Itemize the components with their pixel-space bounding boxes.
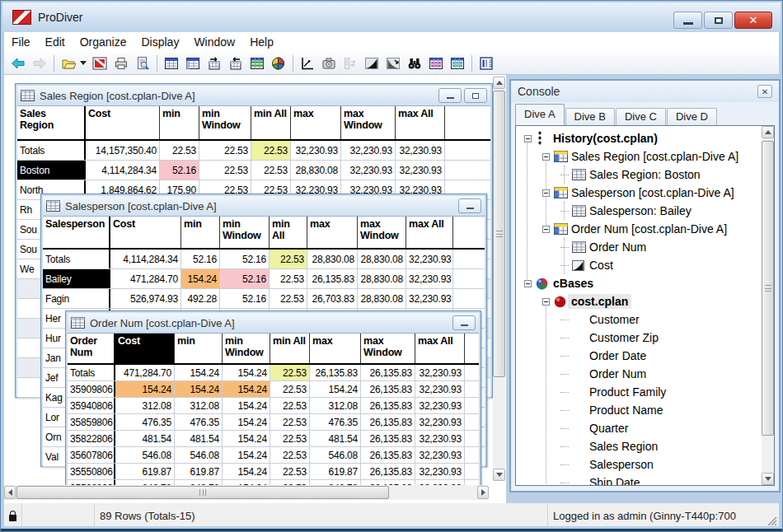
prodiver-window-button[interactable]	[89, 54, 110, 73]
data-cell[interactable]: 154.24	[223, 381, 270, 397]
data-cell[interactable]: 32,230.93	[341, 161, 396, 180]
menu-item-organize[interactable]: Organize	[73, 33, 134, 51]
data-cell[interactable]: 22.53	[270, 365, 310, 380]
main-titlebar[interactable]: ProDiver ✕	[2, 2, 781, 32]
data-cell[interactable]: 154.24	[175, 381, 223, 397]
column-header-max[interactable]: max	[310, 334, 361, 363]
mark-rows-button[interactable]	[425, 54, 447, 73]
data-cell[interactable]: 28,830.08	[358, 289, 406, 308]
data-cell[interactable]: 154.24	[175, 365, 223, 380]
tab-dive-b[interactable]: Dive B	[565, 108, 615, 125]
data-cell[interactable]: 312.08	[310, 398, 361, 413]
data-cell[interactable]: 28,830.08	[291, 161, 341, 180]
graph-display-button[interactable]	[297, 54, 318, 73]
data-cell[interactable]: 154.24	[223, 414, 270, 430]
data-cell[interactable]: 26,135.83	[361, 464, 415, 479]
column-header-cost[interactable]: Cost	[115, 334, 175, 363]
data-cell[interactable]: 22.53	[251, 141, 291, 160]
data-cell[interactable]: 526,974.93	[110, 289, 181, 308]
column-header-min-window[interactable]: min Window	[223, 334, 270, 363]
row-label[interactable]: 35822806	[68, 431, 115, 446]
data-cell[interactable]: 476.35	[310, 414, 361, 430]
data-cell[interactable]: 481.54	[115, 431, 175, 446]
data-cell[interactable]: 481.54	[310, 431, 361, 446]
data-cell[interactable]: 32,230.93	[396, 161, 445, 180]
multitab-display-button[interactable]	[246, 54, 268, 73]
menu-item-file[interactable]: File	[4, 33, 38, 51]
dimension-info-button[interactable]	[476, 54, 497, 73]
data-cell[interactable]: 52.16	[181, 250, 220, 268]
data-cell[interactable]: 26,135.83	[361, 431, 415, 446]
dropdown-caret-icon[interactable]	[80, 61, 87, 65]
find-button[interactable]	[404, 54, 425, 73]
row-label[interactable]: Fagin	[43, 289, 110, 308]
dive-window-titlebar[interactable]: Salesperson [cost.cplan-Dive A]	[43, 196, 485, 216]
data-cell[interactable]: 476.35	[175, 414, 223, 430]
column-header-min-all[interactable]: min All	[270, 334, 310, 363]
data-cell[interactable]: 26,703.83	[307, 289, 358, 308]
data-cell[interactable]: 32,230.93	[415, 431, 465, 446]
pie-chart-button[interactable]	[268, 54, 289, 73]
column-header-max-window[interactable]: max Window	[361, 334, 415, 363]
tree-item-order-num[interactable]: Order Num	[516, 238, 761, 256]
data-cell[interactable]: 32,230.93	[415, 447, 465, 463]
dive-window-titlebar[interactable]: Sales Region [cost.cplan-Dive A]	[17, 86, 490, 105]
print-preview-button[interactable]	[132, 54, 153, 73]
row-label[interactable]: Bailey	[43, 269, 110, 288]
tree-item-salesperson[interactable]: Salesperson	[516, 455, 761, 474]
tree-item-customer[interactable]: Customer	[516, 310, 761, 329]
menu-item-help[interactable]: Help	[242, 33, 281, 51]
row-label[interactable]: 35909806	[68, 381, 115, 397]
tree-item-sales-region[interactable]: Sales Region	[516, 437, 761, 455]
data-cell[interactable]: 154.24	[310, 381, 361, 397]
data-cell[interactable]: 52.16	[220, 250, 270, 268]
tree-item-sales-region-boston[interactable]: Sales Region: Boston	[516, 166, 761, 184]
column-header-max-window[interactable]: max Window	[341, 106, 396, 139]
menu-item-window[interactable]: Window	[186, 33, 242, 51]
scroll-up-button[interactable]	[762, 126, 774, 138]
data-cell[interactable]: 154.24	[115, 381, 175, 397]
column-header-min[interactable]: min	[160, 106, 199, 139]
column-header-max-all[interactable]: max All	[396, 106, 445, 139]
data-cell[interactable]: 154.24	[223, 464, 270, 479]
tree-item-salesperson-bailey[interactable]: Salesperson: Bailey	[516, 202, 761, 220]
column-header-max-all[interactable]: max All	[415, 334, 465, 363]
data-cell[interactable]: 32,230.93	[415, 414, 465, 430]
data-cell[interactable]: 154.24	[181, 269, 220, 288]
crosstab-forward-button[interactable]	[204, 54, 225, 73]
row-label[interactable]: 35859806	[68, 414, 115, 430]
data-cell[interactable]: 476.35	[115, 414, 175, 430]
data-cell[interactable]: 22.53	[270, 464, 310, 479]
data-cell[interactable]: 481.54	[175, 431, 223, 446]
column-header-order-num[interactable]: Order Num	[68, 334, 115, 363]
data-cell[interactable]: 32,230.93	[415, 398, 465, 413]
tree-item-ship-date[interactable]: Ship Date	[516, 474, 761, 486]
ramp-up-button[interactable]	[361, 54, 382, 73]
data-cell[interactable]: 32,230.93	[406, 269, 453, 288]
data-cell[interactable]: 32,230.93	[415, 381, 465, 397]
data-cell[interactable]: 26,135.83	[310, 365, 361, 380]
column-header-min-all[interactable]: min All	[251, 106, 291, 139]
data-cell[interactable]: 32,230.93	[341, 141, 396, 160]
data-cell[interactable]: 546.08	[310, 447, 361, 463]
data-cell[interactable]: 52.16	[160, 161, 199, 180]
data-cell[interactable]: 28,830.08	[358, 250, 406, 268]
scroll-down-button[interactable]	[493, 469, 505, 481]
data-cell[interactable]: 52.16	[220, 269, 270, 288]
row-label[interactable]: Totals	[17, 141, 86, 160]
ramp-down-button[interactable]	[382, 54, 404, 73]
minimize-button[interactable]	[452, 315, 476, 330]
row-label[interactable]: Boston	[17, 161, 86, 180]
tree-item-history-cost-cplan-[interactable]: History(cost.cplan)	[516, 129, 761, 147]
tree-collapse-icon[interactable]	[524, 135, 532, 142]
tree-item-product-name[interactable]: Product Name	[516, 401, 761, 419]
tree-item-order-date[interactable]: Order Date	[516, 347, 761, 365]
scroll-left-button[interactable]	[4, 486, 16, 499]
mdi-vscroll-thumb[interactable]	[493, 91, 505, 377]
tab-dive-a[interactable]: Dive A	[515, 104, 565, 125]
data-cell[interactable]: 619.87	[310, 464, 361, 479]
column-header-empty[interactable]	[445, 106, 490, 139]
data-cell[interactable]: 619.87	[115, 464, 175, 479]
column-header-empty[interactable]	[453, 217, 485, 248]
data-cell[interactable]: 26,135.83	[307, 269, 358, 288]
